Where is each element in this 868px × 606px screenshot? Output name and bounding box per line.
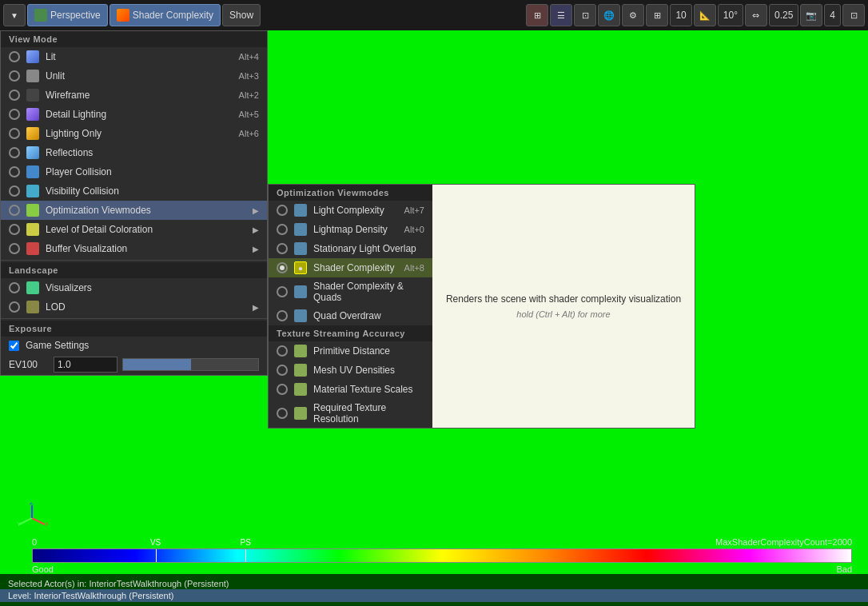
- vs-label: VS: [150, 538, 161, 547]
- submenu-light-complexity[interactable]: Light Complexity Alt+7: [269, 201, 432, 220]
- shader-quads-icon: [294, 285, 307, 298]
- mesh-uv-label: Mesh UV Densities: [313, 365, 424, 376]
- detail-lighting-label: Detail Lighting: [46, 109, 233, 120]
- top-toolbar: ▼ Perspective Shader Complexity Show ⊞ ☰…: [0, 0, 868, 30]
- tooltip-title: Renders the scene with shader complexity…: [446, 293, 681, 305]
- ev100-slider[interactable]: [122, 358, 259, 371]
- toolbar-icon-angle[interactable]: 📐: [694, 4, 716, 26]
- menu-item-wireframe[interactable]: Wireframe Alt+2: [1, 86, 267, 105]
- submenu-primitive-distance[interactable]: Primitive Distance: [269, 341, 432, 361]
- detail-lighting-icon: [26, 108, 39, 121]
- svg-line-1: [19, 518, 32, 524]
- wireframe-icon: [26, 89, 39, 102]
- radio-optimization: [9, 205, 20, 216]
- menu-item-lit[interactable]: Lit Alt+4: [1, 47, 267, 66]
- submenu-shader-complexity[interactable]: ● Shader Complexity Alt+8: [269, 258, 432, 277]
- lod-icon: [26, 301, 39, 313]
- zero-label: 0: [32, 537, 37, 547]
- menu-item-optimization[interactable]: Optimization Viewmodes ▶: [1, 201, 267, 220]
- menu-item-reflections[interactable]: Reflections: [1, 143, 267, 162]
- radio-light-complexity: [277, 205, 288, 216]
- player-collision-label: Player Collision: [46, 166, 259, 177]
- toolbar-icon-3[interactable]: ⊡: [574, 4, 596, 26]
- radio-primitive: [277, 345, 288, 357]
- exposure-header: Exposure: [1, 321, 267, 337]
- lod-label: LOD: [46, 301, 249, 313]
- game-settings-row: Game Settings: [1, 337, 267, 354]
- game-settings-label: Game Settings: [26, 340, 89, 351]
- radio-visualizers: [9, 282, 20, 293]
- ev100-input[interactable]: [54, 357, 117, 373]
- radio-required-texture: [277, 408, 288, 419]
- submenu-required-texture[interactable]: Required Texture Resolution: [269, 399, 432, 428]
- dropdown-arrow-btn[interactable]: ▼: [3, 4, 26, 26]
- toolbar-icon-expand[interactable]: ⊡: [842, 4, 865, 26]
- shader-complexity-menu-label: Shader Complexity: [313, 262, 398, 273]
- radio-lod-coloration: [9, 224, 20, 235]
- submenu-stationary-light[interactable]: Stationary Light Overlap: [269, 239, 432, 258]
- radio-visibility-collision: [9, 185, 20, 197]
- ps-marker: PS: [245, 549, 246, 562]
- submenu-material-texture[interactable]: Material Texture Scales: [269, 380, 432, 399]
- menu-item-lod[interactable]: LOD ▶: [1, 297, 267, 317]
- submenu-lightmap-density[interactable]: Lightmap Density Alt+0: [269, 220, 432, 239]
- optimization-arrow: ▶: [253, 206, 259, 215]
- toolbar-icon-grid[interactable]: ⊞: [646, 4, 668, 26]
- buffer-visualization-icon: [26, 242, 39, 255]
- status-bar: 0 MaxShaderComplexityCount=2000 VS PS Go…: [0, 550, 868, 606]
- svg-text:Z: Z: [30, 502, 34, 506]
- toolbar-icon-scale[interactable]: ⇔: [745, 4, 767, 26]
- menu-item-player-collision[interactable]: Player Collision: [1, 162, 267, 181]
- grid-value: 10: [670, 4, 691, 26]
- menu-item-detail-lighting[interactable]: Detail Lighting Alt+5: [1, 105, 267, 124]
- radio-shader-quads: [277, 286, 288, 297]
- toolbar-icon-globe[interactable]: 🌐: [598, 4, 620, 26]
- lightmap-density-shortcut: Alt+0: [404, 225, 424, 234]
- radio-lod: [9, 301, 20, 313]
- submenu-quad-overdraw[interactable]: Quad Overdraw: [269, 306, 432, 325]
- buffer-arrow: ▶: [253, 245, 259, 253]
- material-texture-icon: [294, 383, 307, 396]
- radio-detail: [9, 109, 20, 120]
- game-settings-checkbox[interactable]: [9, 341, 19, 351]
- submenu-mesh-uv[interactable]: Mesh UV Densities: [269, 361, 432, 380]
- shader-submenu-items: Optimization Viewmodes Light Complexity …: [269, 185, 432, 428]
- shader-complexity-button[interactable]: Shader Complexity: [109, 4, 221, 26]
- shader-quads-label: Shader Complexity & Quads: [313, 281, 424, 303]
- view-mode-menu: View Mode Lit Alt+4 Unlit Alt+3 Wirefram…: [0, 30, 268, 376]
- complexity-labels: Good Bad: [32, 564, 852, 574]
- count-value: 4: [824, 4, 841, 26]
- unlit-label: Unlit: [46, 70, 233, 82]
- lit-icon: [26, 50, 39, 63]
- visibility-collision-icon: [26, 185, 39, 197]
- menu-divider-1: [1, 260, 267, 261]
- radio-lightmap-density: [277, 224, 288, 235]
- menu-item-lighting-only[interactable]: Lighting Only Alt+6: [1, 124, 267, 143]
- primitive-distance-label: Primitive Distance: [313, 345, 424, 357]
- radio-mesh-uv: [277, 365, 288, 376]
- toolbar-icon-gear[interactable]: ⚙: [622, 4, 644, 26]
- show-button[interactable]: Show: [222, 4, 261, 26]
- scale-value: 0.25: [769, 4, 798, 26]
- svg-text:X: X: [46, 520, 48, 528]
- toolbar-icon-2[interactable]: ☰: [550, 4, 572, 26]
- optimization-label: Optimization Viewmodes: [46, 205, 249, 216]
- stationary-light-label: Stationary Light Overlap: [313, 243, 424, 254]
- shader-complexity-menu-icon: ●: [294, 261, 307, 274]
- max-label: MaxShaderComplexityCount=2000: [715, 537, 852, 547]
- menu-item-visualizers[interactable]: Visualizers: [1, 278, 267, 297]
- perspective-button[interactable]: Perspective: [27, 4, 108, 26]
- show-label: Show: [229, 10, 253, 21]
- toolbar-icon-cam[interactable]: 📷: [800, 4, 822, 26]
- light-complexity-label: Light Complexity: [313, 205, 398, 216]
- submenu-shader-complexity-quads[interactable]: Shader Complexity & Quads: [269, 277, 432, 306]
- toolbar-icon-1[interactable]: ⊞: [526, 4, 548, 26]
- menu-item-lod-coloration[interactable]: Level of Detail Coloration ▶: [1, 220, 267, 239]
- menu-item-unlit[interactable]: Unlit Alt+3: [1, 66, 267, 86]
- radio-player-collision: [9, 166, 20, 177]
- menu-item-visibility-collision[interactable]: Visibility Collision: [1, 181, 267, 201]
- player-collision-icon: [26, 165, 39, 178]
- lod-coloration-label: Level of Detail Coloration: [46, 224, 249, 235]
- material-texture-label: Material Texture Scales: [313, 384, 424, 395]
- menu-item-buffer-visualization[interactable]: Buffer Visualization ▶: [1, 239, 267, 258]
